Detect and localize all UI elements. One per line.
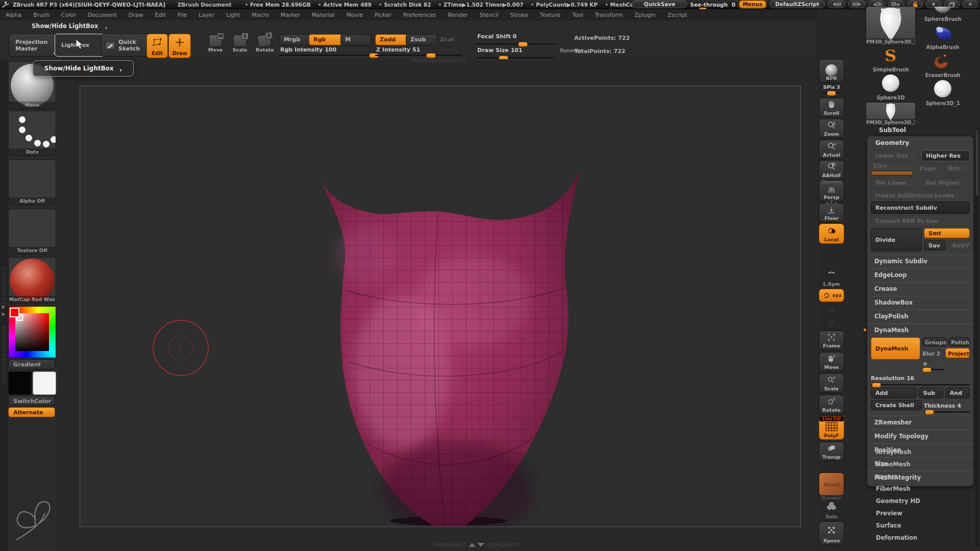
rstr-button[interactable]: Rstr <box>944 163 970 174</box>
palette-nanomesh[interactable]: NanoMesh <box>868 458 974 470</box>
palette-preview[interactable]: Preview <box>868 507 974 519</box>
strip-floor-button[interactable]: x Y zFloor <box>819 203 844 222</box>
geometry-section-header[interactable]: Geometry <box>867 136 973 148</box>
blur-slider[interactable]: Blur 2 <box>922 348 944 370</box>
menu-zscript[interactable]: Zscript <box>662 12 693 18</box>
create-shell-button[interactable]: Create Shell <box>871 400 922 410</box>
see-through-slider[interactable]: See-through 0 <box>690 2 736 8</box>
saturation-square[interactable] <box>15 313 49 351</box>
menu-tool[interactable]: Tool <box>567 12 589 18</box>
current-tool-thumbnail[interactable]: PM3D_Sphere3D_1 <box>866 6 916 46</box>
draw-button[interactable]: Draw <box>168 34 191 58</box>
rgb-intensity-slider[interactable] <box>279 55 381 56</box>
collapse-arrow-icon[interactable] <box>2 312 5 316</box>
palette-layers[interactable]: Layers <box>868 470 974 483</box>
strip-spix-button[interactable]: SPix 3 <box>819 84 844 96</box>
reuv-button[interactable]: ReUV <box>948 240 970 251</box>
menu-stroke[interactable]: Stroke <box>505 12 534 18</box>
strip-rotsmall-button[interactable] <box>819 317 844 329</box>
main-color-swatch[interactable] <box>8 371 32 395</box>
collapse-arrow-icon[interactable] <box>2 305 5 309</box>
lower-res-button[interactable]: Lower Res <box>871 150 919 161</box>
projection-master-button[interactable]: Projection Master <box>9 34 60 57</box>
strip-rotate-button[interactable]: Rotate <box>819 395 844 414</box>
menu-zplugin[interactable]: Zplugin <box>629 12 662 18</box>
scroll-down-icon[interactable] <box>477 543 484 547</box>
higher-res-button[interactable]: Higher Res <box>921 150 970 161</box>
mrgb-button[interactable]: Mrgb <box>279 34 311 45</box>
section-claypolish[interactable]: ClayPolish <box>867 310 973 322</box>
sdiv-slider[interactable]: SDiv <box>871 163 913 176</box>
project-toggle[interactable]: Project <box>945 348 970 358</box>
draw-size-slider[interactable] <box>476 57 555 59</box>
menu-marker[interactable]: Marker <box>275 12 306 18</box>
strip-l-sym-button[interactable]: L.Sym <box>819 272 844 287</box>
subtool-section[interactable]: SubTool <box>879 127 906 134</box>
canvas-bottom-handle-right[interactable] <box>486 542 519 547</box>
strip-persp-button[interactable]: DynamicPersp <box>819 181 844 202</box>
quicksave-button[interactable]: QuickSave <box>632 1 687 8</box>
menu-draw[interactable]: Draw <box>123 12 150 18</box>
del-higher-button[interactable]: Del Higher <box>921 177 970 188</box>
menu-texture[interactable]: Texture <box>534 12 567 18</box>
menu-alpha[interactable]: Alpha <box>0 12 28 18</box>
strip-aahalf-button[interactable]: AAHalf <box>819 160 844 180</box>
scale-gyro-button[interactable]: S Scale <box>231 35 249 53</box>
tray-item-texture-off[interactable]: Texture Off <box>8 209 56 255</box>
palette-arraymesh[interactable]: ArrayMesh <box>868 446 974 458</box>
edit-button[interactable]: Edit <box>146 34 168 58</box>
menu-edit[interactable]: Edit <box>150 12 172 18</box>
menu-movie[interactable]: Movie <box>340 12 369 18</box>
color-picker[interactable] <box>8 306 56 358</box>
switchcolor-button[interactable]: SwitchColor <box>8 396 55 406</box>
left-divider-strip[interactable] <box>0 59 8 551</box>
secondary-color-swatch[interactable] <box>33 371 56 395</box>
tool-sphere3d[interactable]: Sphere3D <box>866 74 916 101</box>
freeze-subdivision-button[interactable]: Freeze SubDivision Levels <box>871 190 970 200</box>
strip-solo-button[interactable]: DynamicSolo <box>819 497 844 519</box>
panel-scrollbar[interactable] <box>975 128 978 547</box>
strip-local-button[interactable]: Local <box>819 223 844 244</box>
section-edgeloop[interactable]: EdgeLoop <box>867 268 973 281</box>
strip-bpr-button[interactable]: BPR <box>819 59 844 83</box>
menu-transform[interactable]: Transform <box>590 12 629 18</box>
tray-item-alpha-off[interactable]: Alpha Off <box>8 159 56 205</box>
zadd-button[interactable]: Zadd <box>375 34 408 45</box>
strip-xyz-button[interactable]: xyz <box>819 289 844 302</box>
cage-button[interactable]: Cage <box>915 163 942 174</box>
thickness-slider[interactable]: Thickness 4 <box>924 400 970 413</box>
menu-stencil[interactable]: Stencil <box>474 12 505 18</box>
strip-zoom-button[interactable]: Zoom <box>819 119 844 138</box>
tool-spherebrush[interactable]: SphereBrush <box>918 6 968 22</box>
zsub-button[interactable]: Zsub <box>406 34 437 45</box>
sub-toggle[interactable]: Sub <box>919 387 943 398</box>
tool-alphabrush[interactable]: AlphaBrush <box>918 23 968 51</box>
del-lower-button[interactable]: Del Lower <box>871 177 919 188</box>
smt-toggle[interactable]: Smt <box>924 228 970 238</box>
tray-item-matcap-red-wax[interactable]: MatCap Red Wax <box>8 257 56 304</box>
menu-layer[interactable]: Layer <box>193 12 220 18</box>
and-toggle[interactable]: And <box>945 387 970 398</box>
scroll-right-button[interactable] <box>848 1 866 8</box>
menus-button[interactable]: Menus <box>739 0 767 9</box>
convert-bpr-button[interactable]: Convert BPR To Geo <box>871 215 970 227</box>
palette-surface[interactable]: Surface <box>868 519 974 532</box>
menu-picker[interactable]: Picker <box>369 12 398 18</box>
tray-item-dots[interactable]: Dots <box>8 111 56 156</box>
dynamesh-section-header[interactable]: DynaMesh <box>867 323 973 336</box>
tool-simplebrush[interactable]: SSimpleBrush <box>866 46 916 73</box>
section-zremesher[interactable]: ZRemesher <box>867 416 973 428</box>
tool-eraserbrush[interactable]: EraserBrush <box>918 52 968 79</box>
menu-material[interactable]: Material <box>306 12 341 18</box>
palette-geometry-hd[interactable]: Geometry HD <box>868 495 974 507</box>
sculpt-canvas[interactable] <box>58 59 818 551</box>
groups-toggle[interactable]: Groups <box>922 337 947 346</box>
canvas-bottom-handle-left[interactable] <box>433 542 465 547</box>
menu-preferences[interactable]: Preferences <box>398 12 443 18</box>
quick-sketch-button[interactable]: Quick Sketch <box>101 34 150 57</box>
menu-light[interactable]: Light <box>220 12 246 18</box>
strip-rotsmall-button[interactable] <box>819 304 844 315</box>
palette-deformation[interactable]: Deformation <box>868 532 974 544</box>
section-shadowbox[interactable]: ShadowBox <box>867 296 973 308</box>
zcut-button[interactable]: Zcut <box>435 34 464 45</box>
